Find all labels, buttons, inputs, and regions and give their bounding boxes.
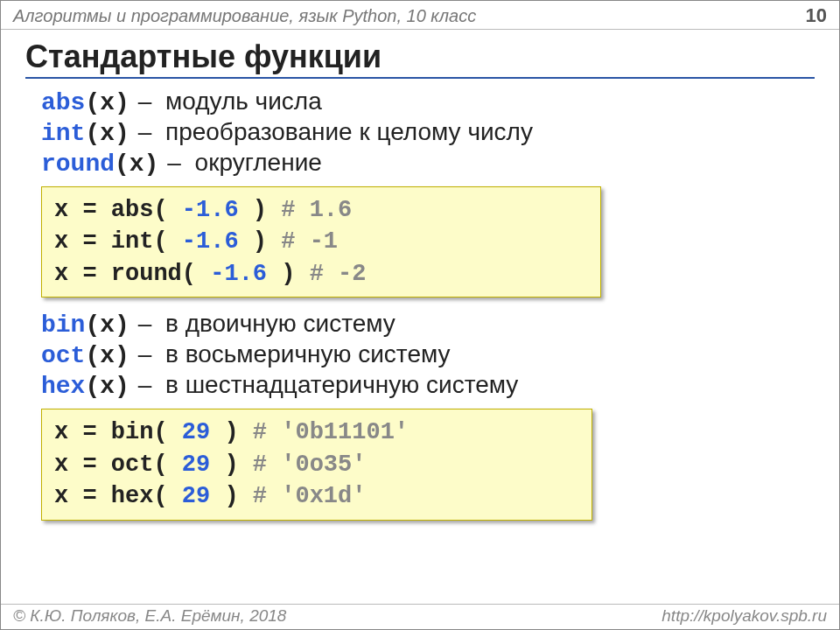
function-arg: (x) xyxy=(115,150,158,178)
def-row: abs(x) – модуль числа xyxy=(41,88,815,116)
footer-copyright: © К.Ю. Поляков, Е.А. Ерёмин, 2018 xyxy=(13,606,286,626)
dash-icon: – xyxy=(138,310,152,337)
code-text: x = abs( xyxy=(54,197,182,223)
code-line: x = bin( 29 ) # '0b11101' xyxy=(54,416,579,448)
function-desc: округление xyxy=(195,149,322,176)
code-example-box: x = abs( -1.6 ) # 1.6 x = int( -1.6 ) # … xyxy=(41,186,601,298)
function-name: abs xyxy=(41,89,85,116)
code-text: x = hex( xyxy=(54,483,182,509)
code-comment: # '0x1d' xyxy=(253,483,367,509)
function-desc: в двоичную систему xyxy=(165,310,396,337)
function-arg: (x) xyxy=(85,89,129,116)
dash-icon: – xyxy=(138,340,152,368)
code-text: x = round( xyxy=(54,261,210,287)
def-row: round(x) – округление xyxy=(41,149,815,178)
code-number: -1.6 xyxy=(182,197,239,223)
function-desc: в шестнадцатеричную систему xyxy=(165,371,518,398)
dash-icon: – xyxy=(138,371,152,398)
code-text: ) xyxy=(239,228,282,255)
code-number: 29 xyxy=(182,483,210,509)
code-text: ) xyxy=(210,483,253,509)
code-text: ) xyxy=(239,197,282,223)
header-bar: Алгоритмы и программирование, язык Pytho… xyxy=(1,1,839,30)
code-line: x = hex( 29 ) # '0x1d' xyxy=(54,480,579,512)
code-text: ) xyxy=(267,261,310,287)
function-arg: (x) xyxy=(85,120,129,147)
function-desc: преобразование к целому числу xyxy=(165,118,533,145)
function-name: round xyxy=(41,150,115,178)
footer-url: http://kpolyakov.spb.ru xyxy=(662,606,827,626)
code-text: x = int( xyxy=(54,228,182,255)
code-text: x = bin( xyxy=(54,419,182,445)
code-number: -1.6 xyxy=(182,228,239,255)
code-comment: # 1.6 xyxy=(281,197,352,223)
footer-bar: © К.Ю. Поляков, Е.А. Ерёмин, 2018 http:/… xyxy=(1,604,839,629)
dash-icon: – xyxy=(138,118,152,145)
code-text: ) xyxy=(210,452,253,478)
function-arg: (x) xyxy=(85,373,129,400)
code-line: x = oct( 29 ) # '0o35' xyxy=(54,449,579,480)
slide-page: Алгоритмы и программирование, язык Pytho… xyxy=(0,0,840,630)
def-row: oct(x) – в восьмеричную систему xyxy=(41,340,815,369)
code-comment: # -1 xyxy=(281,228,338,255)
code-line: x = abs( -1.6 ) # 1.6 xyxy=(54,194,588,226)
code-text: x = oct( xyxy=(54,452,182,478)
dash-icon: – xyxy=(167,149,181,176)
function-desc: в восьмеричную систему xyxy=(165,340,451,368)
function-arg: (x) xyxy=(85,342,129,369)
code-example-box: x = bin( 29 ) # '0b11101' x = oct( 29 ) … xyxy=(41,409,592,520)
code-comment: # '0b11101' xyxy=(253,419,409,445)
function-name: hex xyxy=(41,373,85,400)
function-arg: (x) xyxy=(85,312,129,339)
code-line: x = int( -1.6 ) # -1 xyxy=(54,226,588,257)
page-number: 10 xyxy=(806,4,827,27)
code-number: 29 xyxy=(182,419,210,445)
code-text: ) xyxy=(210,419,253,445)
function-name: oct xyxy=(41,342,85,369)
def-row: int(x) – преобразование к целому числу xyxy=(41,118,815,147)
function-name: int xyxy=(41,120,85,147)
code-comment: # -2 xyxy=(310,261,367,287)
code-comment: # '0o35' xyxy=(253,452,367,478)
page-title: Стандартные функции xyxy=(25,38,815,79)
code-number: 29 xyxy=(182,452,210,478)
content-area: abs(x) – модуль числа int(x) – преобразо… xyxy=(1,79,839,521)
def-row: bin(x) – в двоичную систему xyxy=(41,310,815,339)
code-line: x = round( -1.6 ) # -2 xyxy=(54,258,588,290)
function-desc: модуль числа xyxy=(165,88,322,115)
breadcrumb: Алгоритмы и программирование, язык Pytho… xyxy=(13,6,476,26)
def-row: hex(x) – в шестнадцатеричную систему xyxy=(41,371,815,400)
dash-icon: – xyxy=(138,88,152,115)
code-number: -1.6 xyxy=(210,261,267,287)
function-name: bin xyxy=(41,312,85,339)
